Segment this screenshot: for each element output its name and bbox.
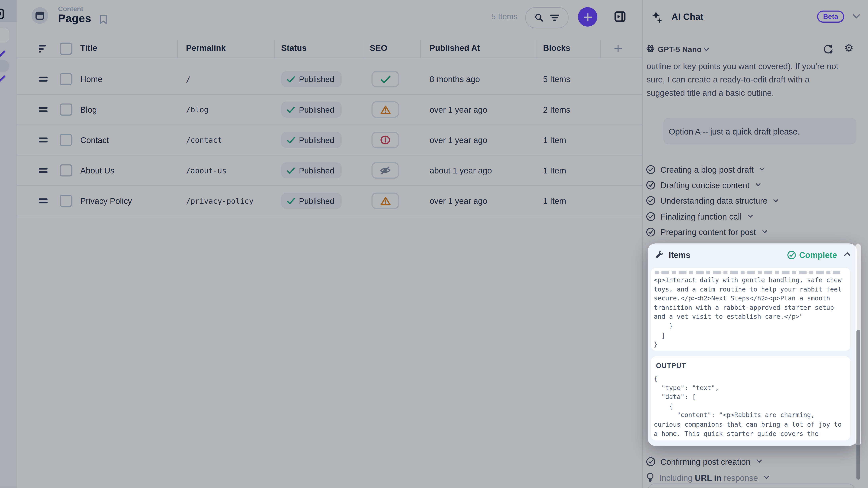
input-code-text: <p>Interact daily with gentle handling, …: [654, 275, 846, 349]
clipped-code-line: [655, 271, 840, 274]
wrench-icon: [655, 250, 664, 259]
output-label: OUTPUT: [656, 362, 846, 369]
scrollbar-thumb[interactable]: [856, 330, 860, 480]
status-badge: Complete: [787, 250, 837, 260]
tool-input-code[interactable]: <p>Interact daily with gentle handling, …: [651, 268, 850, 351]
output-code-text: { "type": "text", "data": [ { "content":…: [654, 374, 846, 438]
tool-call-title: Items: [669, 250, 690, 260]
tool-call-header[interactable]: Items Complete: [648, 243, 857, 265]
tool-call-card: Items Complete <p>Interact daily with ge…: [648, 243, 857, 446]
app-window: Content Pages 5 Items Title Permalink St…: [0, 0, 868, 488]
chevron-up-icon[interactable]: [844, 252, 850, 256]
tool-output-code[interactable]: OUTPUT { "type": "text", "data": [ { "co…: [651, 356, 850, 440]
